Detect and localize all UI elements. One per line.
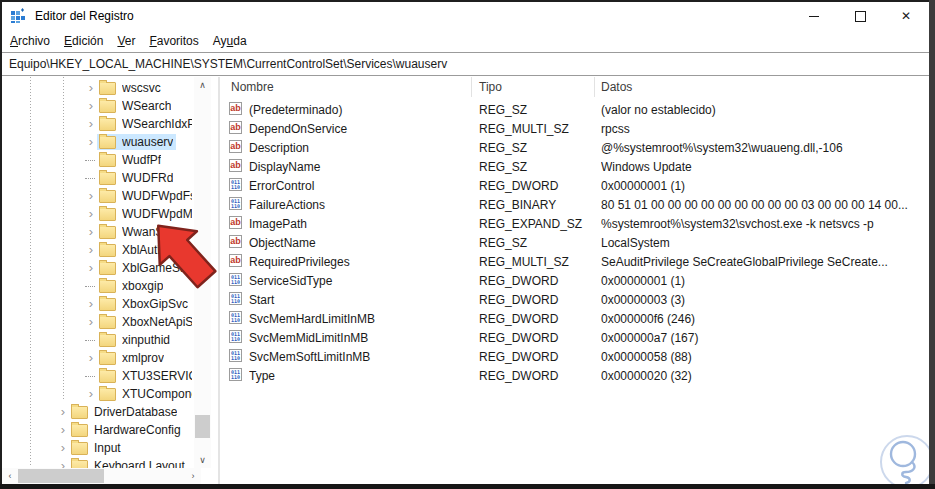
tree-item-wudfwpdfs[interactable]: › WUDFWpdFs [2, 187, 194, 205]
registry-value-row[interactable]: 011110 Type REG_DWORD 0x00000020 (32) [220, 366, 929, 385]
tree-item-xtucompone[interactable]: › XTUCompone [2, 385, 194, 403]
tree-item-xboxnetapisv[interactable]: › XboxNetApiSv [2, 313, 194, 331]
tree-item-driverdatabase[interactable]: › DriverDatabase [2, 403, 194, 421]
tree-item-wscsvc[interactable]: › wscsvc [2, 79, 194, 97]
chevron-right-icon[interactable]: › [85, 101, 97, 111]
tree-item-keyboard-layout[interactable]: › Keyboard Layout [2, 457, 194, 468]
registry-value-row[interactable]: 011110 Start REG_DWORD 0x00000003 (3) [220, 290, 929, 309]
tree-item-xboxgip[interactable]: xboxgip [2, 277, 194, 295]
tree-item-xboxgipsvc[interactable]: › XboxGipSvc [2, 295, 194, 313]
menu-ayuda[interactable]: Ayuda [213, 32, 255, 51]
chevron-right-icon[interactable]: › [85, 299, 97, 309]
tree-item-xtu3service[interactable]: XTU3SERVICE [2, 367, 194, 385]
chevron-right-icon[interactable]: › [85, 191, 97, 201]
registry-value-row[interactable]: 011110 ServiceSidType REG_DWORD 0x000000… [220, 271, 929, 290]
folder-icon [99, 334, 116, 347]
string-value-icon: ab [229, 140, 242, 153]
folder-icon [99, 244, 116, 257]
registry-value-row[interactable]: ab ObjectName REG_SZ LocalSystem [220, 233, 929, 252]
registry-value-row[interactable]: 011110 SvcMemSoftLimitInMB REG_DWORD 0x0… [220, 347, 929, 366]
registry-value-row[interactable]: 011110 FailureActions REG_BINARY 80 51 0… [220, 195, 929, 214]
horizontal-scroll-thumb[interactable] [18, 469, 104, 483]
column-separator[interactable] [594, 77, 595, 97]
column-separator[interactable] [471, 77, 472, 97]
menu-edicion[interactable]: Edición [64, 32, 111, 51]
scroll-up-icon[interactable]: ∧ [194, 77, 211, 93]
address-bar[interactable]: Equipo\HKEY_LOCAL_MACHINE\SYSTEM\Current… [2, 52, 929, 76]
dword-value-icon: 011110 [229, 292, 242, 305]
column-header-tipo[interactable]: Tipo [479, 80, 502, 94]
tree-item-label: WUDFWpdMtp [122, 207, 192, 221]
registry-value-row[interactable]: ab RequiredPrivileges REG_MULTI_SZ SeAud… [220, 252, 929, 271]
value-data: (valor no establecido) [601, 103, 925, 117]
tree-item-wwansvc[interactable]: › WwanSvc [2, 223, 194, 241]
close-button[interactable]: ✕ [883, 2, 929, 30]
maximize-button[interactable] [837, 2, 883, 30]
chevron-right-icon[interactable]: › [85, 389, 97, 399]
minimize-icon [809, 16, 819, 17]
minimize-button[interactable] [791, 2, 837, 30]
column-header-nombre[interactable]: Nombre [231, 80, 274, 94]
menu-bar: Archivo Edición Ver Favoritos Ayuda [2, 30, 929, 52]
registry-value-row[interactable]: ab DependOnService REG_MULTI_SZ rpcss [220, 119, 929, 138]
value-data: 0x00000058 (88) [601, 350, 925, 364]
menu-ver[interactable]: Ver [117, 32, 143, 51]
dword-value-icon: 011110 [229, 197, 242, 210]
tree-item-input[interactable]: › Input [2, 439, 194, 457]
folder-icon [71, 406, 88, 419]
tree-item-wudfrd[interactable]: WUDFRd [2, 169, 194, 187]
registry-value-row[interactable]: ab Description REG_SZ @%systemroot%\syst… [220, 138, 929, 157]
value-data: rpcss [601, 122, 925, 136]
chevron-right-icon[interactable]: › [85, 317, 97, 327]
chevron-right-icon[interactable]: › [85, 83, 97, 93]
tree-item-label: Input [94, 441, 121, 455]
dword-value-icon: 011110 [229, 349, 242, 362]
leaf-connector [85, 376, 95, 377]
tree-item-wudfpf[interactable]: WudfPf [2, 151, 194, 169]
tree-item-label: XblGameSave [122, 261, 192, 275]
chevron-right-icon[interactable]: › [57, 461, 69, 468]
tree-item-xmlprov[interactable]: › xmlprov [2, 349, 194, 367]
chevron-right-icon[interactable]: › [85, 227, 97, 237]
value-data: SeAuditPrivilege SeCreateGlobalPrivilege… [601, 255, 925, 269]
value-type: REG_EXPAND_SZ [479, 217, 597, 231]
tree-item-wsearchidxpi[interactable]: › WSearchIdxPi [2, 115, 194, 133]
tree-item-hardwareconfig[interactable]: › HardwareConfig [2, 421, 194, 439]
scroll-right-icon[interactable]: › [185, 468, 201, 484]
chevron-right-icon[interactable]: › [85, 209, 97, 219]
chevron-right-icon[interactable]: › [85, 119, 97, 129]
value-data: 0x00000003 (3) [601, 293, 925, 307]
menu-archivo[interactable]: Archivo [10, 32, 58, 51]
vertical-scroll-thumb[interactable] [195, 415, 210, 438]
tree-item-wsearch[interactable]: › WSearch [2, 97, 194, 115]
registry-value-row[interactable]: ab (Predeterminado) REG_SZ (valor no est… [220, 100, 929, 119]
tree-item-xblgamesave[interactable]: › XblGameSave [2, 259, 194, 277]
tree-item-wudfwpdmtp[interactable]: › WUDFWpdMtp [2, 205, 194, 223]
folder-icon [99, 118, 116, 131]
scroll-left-icon[interactable]: ‹ [2, 468, 18, 484]
chevron-right-icon[interactable]: › [85, 137, 97, 147]
tree-item-label: HardwareConfig [94, 423, 181, 437]
folder-icon [71, 460, 88, 468]
tree-item-wuauserv[interactable]: › wuauserv [2, 133, 194, 151]
chevron-right-icon[interactable]: › [57, 443, 69, 453]
tree-item-xblauthmanag[interactable]: › XblAuthManag [2, 241, 194, 259]
scroll-down-icon[interactable]: ∨ [194, 452, 211, 468]
menu-favoritos[interactable]: Favoritos [149, 32, 206, 51]
chevron-right-icon[interactable]: › [57, 425, 69, 435]
column-header-datos[interactable]: Datos [601, 80, 632, 94]
string-value-icon: ab [229, 235, 242, 248]
registry-value-row[interactable]: 011110 SvcMemHardLimitInMB REG_DWORD 0x0… [220, 309, 929, 328]
folder-icon [99, 172, 116, 185]
registry-value-row[interactable]: 011110 SvcMemMidLimitInMB REG_DWORD 0x00… [220, 328, 929, 347]
chevron-right-icon[interactable]: › [85, 353, 97, 363]
value-data: @%systemroot%\system32\wuaueng.dll,-106 [601, 141, 925, 155]
chevron-right-icon[interactable]: › [85, 263, 97, 273]
registry-value-row[interactable]: ab ImagePath REG_EXPAND_SZ %systemroot%\… [220, 214, 929, 233]
value-name: SvcMemMidLimitInMB [249, 331, 467, 345]
chevron-right-icon[interactable]: › [57, 407, 69, 417]
chevron-right-icon[interactable]: › [85, 245, 97, 255]
registry-value-row[interactable]: 011110 ErrorControl REG_DWORD 0x00000001… [220, 176, 929, 195]
tree-item-xinputhid[interactable]: xinputhid [2, 331, 194, 349]
registry-value-row[interactable]: ab DisplayName REG_SZ Windows Update [220, 157, 929, 176]
